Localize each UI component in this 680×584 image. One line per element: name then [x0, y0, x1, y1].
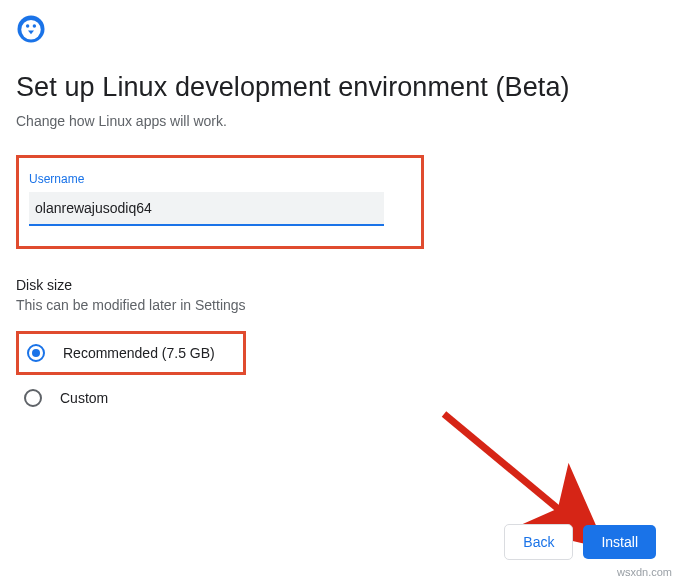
page-title: Set up Linux development environment (Be… — [16, 72, 664, 103]
radio-custom-label: Custom — [60, 390, 108, 406]
linux-penguin-icon — [16, 14, 46, 44]
username-label: Username — [29, 172, 409, 186]
username-section: Username — [16, 155, 424, 249]
svg-point-2 — [26, 24, 29, 27]
radio-custom[interactable]: Custom — [16, 379, 664, 417]
radio-unselected-icon — [24, 389, 42, 407]
disk-size-label: Disk size — [16, 277, 664, 293]
radio-selected-icon — [27, 344, 45, 362]
annotation-arrow-icon — [424, 404, 604, 544]
disk-size-radio-group: Recommended (7.5 GB) Custom — [16, 331, 664, 417]
svg-point-3 — [33, 24, 36, 27]
back-button[interactable]: Back — [504, 524, 573, 560]
install-button[interactable]: Install — [583, 525, 656, 559]
watermark-text: wsxdn.com — [617, 566, 672, 578]
dialog-button-bar: Back Install — [504, 524, 656, 560]
page-subtitle: Change how Linux apps will work. — [16, 113, 664, 129]
disk-size-help: This can be modified later in Settings — [16, 297, 664, 313]
radio-recommended[interactable]: Recommended (7.5 GB) — [16, 331, 246, 375]
svg-point-1 — [21, 20, 41, 40]
radio-recommended-label: Recommended (7.5 GB) — [63, 345, 215, 361]
svg-line-4 — [444, 414, 574, 522]
username-input[interactable] — [29, 192, 384, 226]
